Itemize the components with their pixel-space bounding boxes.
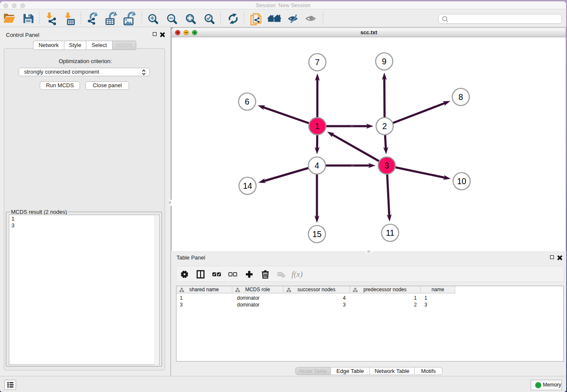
svg-text:6: 6 [245, 97, 250, 106]
svg-text:14: 14 [243, 181, 252, 190]
svg-text:3: 3 [385, 161, 389, 170]
svg-text:10: 10 [457, 177, 466, 186]
svg-text:1: 1 [315, 121, 320, 131]
svg-text:4: 4 [315, 161, 319, 170]
svg-text:7: 7 [315, 58, 320, 67]
svg-text:f(x): f(x) [292, 270, 303, 279]
svg-text:8: 8 [459, 92, 463, 102]
svg-text:9: 9 [382, 57, 387, 66]
svg-text:2: 2 [383, 121, 387, 131]
svg-text:15: 15 [312, 229, 322, 239]
svg-text:11: 11 [386, 228, 394, 237]
